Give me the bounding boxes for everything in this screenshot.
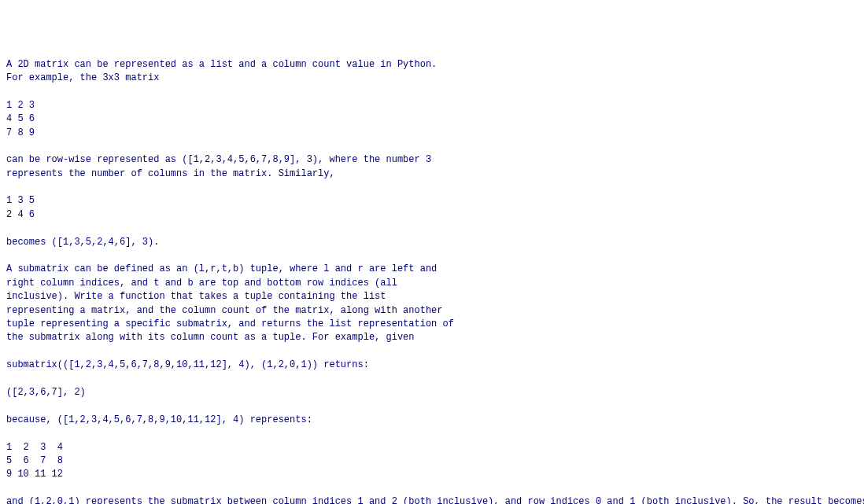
code-line: For example, the 3x3 matrix [6, 72, 159, 83]
code-line: 4 5 6 [6, 113, 35, 124]
code-content: A 2D matrix can be represented as a list… [6, 58, 858, 504]
code-line: because, ([1,2,3,4,5,6,7,8,9,10,11,12], … [6, 414, 312, 425]
code-line: representing a matrix, and the column co… [6, 305, 443, 316]
code-line: the submatrix along with its column coun… [6, 332, 414, 343]
code-line: right column indices, and t and b are to… [6, 278, 397, 289]
code-line: 1 2 3 [6, 100, 35, 111]
code-line: tuple representing a specific submatrix,… [6, 318, 454, 329]
code-line: A 2D matrix can be represented as a list… [6, 59, 437, 70]
code-line: and (1,2,0,1) represents the submatrix b… [6, 496, 864, 504]
code-line: can be row-wise represented as ([1,2,3,4… [6, 154, 431, 165]
code-line: 5 6 7 8 [6, 455, 63, 466]
code-line: represents the number of columns in the … [6, 168, 335, 179]
code-line: submatrix(([1,2,3,4,5,6,7,8,9,10,11,12],… [6, 359, 369, 370]
code-line: 1 2 3 4 [6, 442, 63, 453]
code-line: 2 4 6 [6, 209, 35, 220]
code-line: inclusive). Write a function that takes … [6, 291, 386, 302]
code-line: A submatrix can be defined as an (l,r,t,… [6, 263, 437, 274]
code-line: 9 10 11 12 [6, 469, 63, 480]
code-line: 1 3 5 [6, 195, 35, 206]
code-line: 7 8 9 [6, 127, 35, 138]
code-line: ([2,3,6,7], 2) [6, 387, 86, 398]
code-line: becomes ([1,3,5,2,4,6], 3). [6, 237, 159, 248]
